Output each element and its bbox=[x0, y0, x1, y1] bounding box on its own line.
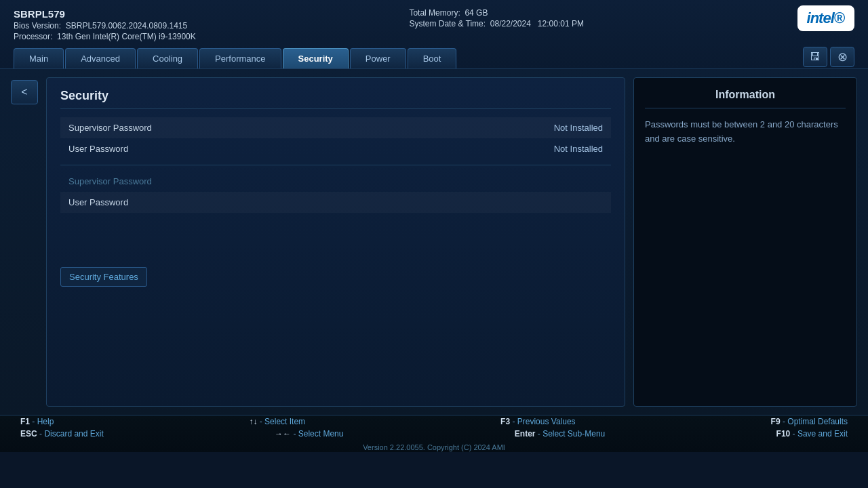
intel-logo-r: ® bbox=[834, 9, 845, 27]
system-time-value: 12:00:01 PM bbox=[538, 19, 584, 28]
footer-leftright-action: Select Menu bbox=[298, 429, 344, 439]
footer-row-2: ESC - Discard and Exit →← - Select Menu … bbox=[20, 429, 848, 439]
section-title: Security bbox=[60, 89, 611, 109]
supervisor-password-edit-label: Supervisor Password bbox=[68, 176, 152, 186]
settings-list: Supervisor Password Not Installed User P… bbox=[60, 117, 611, 213]
footer-updown: ↑↓ - Select Item bbox=[249, 417, 305, 426]
content-area: < Security Supervisor Password Not Insta… bbox=[0, 69, 868, 415]
main-panel: Security Supervisor Password Not Install… bbox=[46, 77, 625, 407]
bios-version-row: Bios Version: SBRPL579.0062.2024.0809.14… bbox=[14, 21, 196, 30]
system-info: Total Memory: 64 GB System Date & Time: … bbox=[409, 8, 584, 28]
footer-f10-key: F10 bbox=[776, 429, 791, 439]
nav-tabs: Main Advanced Cooling Performance Securi… bbox=[14, 48, 456, 68]
footer-f10: F10 - Save and Exit bbox=[776, 429, 848, 439]
close-icon-button[interactable]: ⊗ bbox=[830, 47, 854, 67]
nav-bar: Main Advanced Cooling Performance Securi… bbox=[14, 47, 854, 68]
setting-row-supervisor-status: Supervisor Password Not Installed bbox=[60, 117, 611, 138]
separator-1 bbox=[60, 165, 611, 165]
tab-security[interactable]: Security bbox=[283, 48, 349, 68]
tab-performance[interactable]: Performance bbox=[199, 48, 281, 68]
footer-row-1: F1 - Help ↑↓ - Select Item F3 - Previous… bbox=[20, 417, 848, 426]
setting-row-supervisor-edit: Supervisor Password bbox=[60, 171, 611, 192]
footer-updown-key: ↑↓ bbox=[249, 417, 257, 426]
tab-power[interactable]: Power bbox=[350, 48, 406, 68]
total-memory-value: 64 GB bbox=[465, 8, 488, 18]
footer-f1-key: F1 bbox=[20, 417, 30, 426]
back-icon: < bbox=[21, 86, 27, 98]
intel-logo-text: intel bbox=[807, 9, 834, 27]
system-datetime-label: System Date & Time: bbox=[409, 19, 486, 28]
supervisor-password-status-value: Not Installed bbox=[554, 123, 603, 133]
header-top: SBRPL579 Bios Version: SBRPL579.0062.202… bbox=[14, 8, 854, 41]
footer-leftright-sep: - bbox=[293, 429, 298, 439]
security-features-label: Security Features bbox=[69, 272, 138, 282]
bios-version-label: Bios Version: bbox=[14, 21, 61, 30]
processor-row: Processor: 13th Gen Intel(R) Core(TM) i9… bbox=[14, 32, 196, 41]
save-icon-button[interactable]: 🖫 bbox=[803, 47, 827, 67]
footer-enter: Enter - Select Sub-Menu bbox=[515, 429, 605, 439]
back-button[interactable]: < bbox=[11, 80, 38, 104]
supervisor-password-status-label: Supervisor Password bbox=[68, 123, 152, 133]
footer-f10-sep: - bbox=[793, 429, 797, 439]
user-password-status-label: User Password bbox=[68, 144, 128, 154]
footer: F1 - Help ↑↓ - Select Item F3 - Previous… bbox=[0, 415, 868, 452]
user-password-status-value: Not Installed bbox=[554, 144, 603, 154]
close-icon: ⊗ bbox=[837, 49, 848, 64]
footer-enter-key: Enter bbox=[515, 429, 536, 439]
footer-f9: F9 - Optimal Defaults bbox=[771, 417, 848, 426]
footer-updown-sep: - bbox=[260, 417, 264, 426]
total-memory-label: Total Memory: bbox=[409, 8, 460, 18]
bios-info: SBRPL579 Bios Version: SBRPL579.0062.202… bbox=[14, 8, 196, 41]
setting-row-user-status: User Password Not Installed bbox=[60, 138, 611, 159]
footer-f3-sep: - bbox=[512, 417, 517, 426]
bios-version-value: SBRPL579.0062.2024.0809.1415 bbox=[66, 21, 188, 30]
footer-f3: F3 - Previous Values bbox=[500, 417, 576, 426]
info-panel: Information Passwords must be between 2 … bbox=[633, 77, 857, 407]
nav-right-buttons: 🖫 ⊗ bbox=[803, 47, 854, 68]
footer-updown-action: Select Item bbox=[264, 417, 305, 426]
header: SBRPL579 Bios Version: SBRPL579.0062.202… bbox=[0, 0, 868, 69]
info-panel-text: Passwords must be between 2 and 20 chara… bbox=[645, 118, 846, 146]
footer-version: Version 2.22.0055. Copyright (C) 2024 AM… bbox=[20, 441, 848, 451]
footer-esc: ESC - Discard and Exit bbox=[20, 429, 104, 439]
user-password-edit-label: User Password bbox=[68, 197, 128, 207]
footer-f1-sep: - bbox=[32, 417, 37, 426]
system-date-value: 08/22/2024 bbox=[490, 19, 531, 28]
footer-f3-action: Previous Values bbox=[517, 417, 576, 426]
footer-f9-action: Optimal Defaults bbox=[787, 417, 848, 426]
processor-value: 13th Gen Intel(R) Core(TM) i9-13900K bbox=[57, 32, 196, 41]
save-icon: 🖫 bbox=[810, 51, 821, 63]
footer-f3-key: F3 bbox=[500, 417, 510, 426]
subsection-area: Security Features bbox=[60, 253, 611, 287]
tab-advanced[interactable]: Advanced bbox=[65, 48, 136, 68]
footer-f9-key: F9 bbox=[771, 417, 781, 426]
footer-f10-action: Save and Exit bbox=[797, 429, 848, 439]
bios-model: SBRPL579 bbox=[14, 8, 196, 20]
info-panel-title: Information bbox=[645, 89, 846, 108]
total-memory-row: Total Memory: 64 GB bbox=[409, 8, 584, 18]
security-features-link[interactable]: Security Features bbox=[60, 267, 147, 287]
processor-label: Processor: bbox=[14, 32, 52, 41]
tab-cooling[interactable]: Cooling bbox=[137, 48, 198, 68]
tab-main[interactable]: Main bbox=[14, 48, 64, 68]
footer-f1: F1 - Help bbox=[20, 417, 54, 426]
footer-leftright: →← - Select Menu bbox=[275, 429, 343, 439]
footer-leftright-key: →← bbox=[275, 429, 291, 439]
footer-esc-key: ESC bbox=[20, 429, 37, 439]
footer-enter-action: Select Sub-Menu bbox=[542, 429, 605, 439]
footer-esc-action: Discard and Exit bbox=[44, 429, 103, 439]
system-datetime-row: System Date & Time: 08/22/2024 12:00:01 … bbox=[409, 19, 584, 28]
tab-boot[interactable]: Boot bbox=[408, 48, 457, 68]
intel-logo: intel ® bbox=[797, 5, 854, 31]
footer-f1-action: Help bbox=[37, 417, 54, 426]
setting-row-user-edit[interactable]: User Password bbox=[60, 192, 611, 213]
